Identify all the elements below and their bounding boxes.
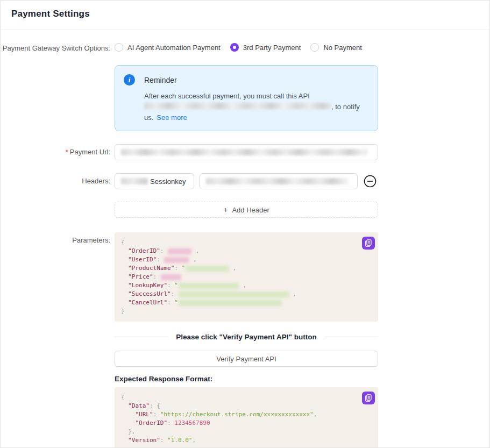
radio-no-payment[interactable]: No Payment	[310, 43, 362, 52]
parameters-label: Parameters:	[1, 232, 115, 244]
code-token: :	[157, 256, 164, 263]
code-token	[121, 282, 128, 289]
header-value-input[interactable]	[200, 173, 358, 189]
code-token	[121, 290, 128, 297]
code-token	[121, 419, 136, 426]
code-token: :	[153, 411, 160, 418]
code-token: :	[174, 265, 181, 272]
code-token: "	[174, 282, 178, 289]
payment-url-input[interactable]	[115, 144, 378, 160]
parameters-json: { "OrderID": , "UserID": , "ProductName"…	[121, 238, 372, 316]
code-token: "CancelUrl"	[128, 299, 167, 306]
headers-row: Headers: Sessionkey	[1, 173, 489, 189]
info-icon: i	[124, 74, 135, 86]
code-token: "1.0.0"	[167, 437, 192, 444]
code-token: :	[153, 273, 160, 280]
add-header-button[interactable]: + Add Header	[115, 202, 378, 218]
radio-unselected-icon[interactable]	[115, 43, 123, 52]
add-header-row: + Add Header	[1, 202, 489, 218]
header-key-text: Sessionkey	[150, 177, 186, 186]
code-token: ,	[189, 256, 196, 263]
code-token: "URL"	[136, 411, 153, 418]
plus-icon: +	[223, 205, 228, 214]
code-token	[121, 299, 128, 306]
code-token	[121, 437, 128, 444]
parameters-code-block: { "OrderID": , "UserID": , "ProductName"…	[115, 232, 378, 322]
copy-icon	[365, 239, 372, 247]
code-token: "LookupKey"	[128, 282, 167, 289]
redacted-json-value	[186, 266, 229, 272]
payment-url-label: *Payment Url:	[1, 144, 115, 156]
response-code-block: { "Data": { "URL": "https://checkout.str…	[115, 387, 378, 448]
code-token	[121, 265, 128, 272]
redacted-api-url	[144, 103, 331, 109]
copy-parameters-button[interactable]	[362, 237, 375, 250]
page-title: Payment Settings	[11, 9, 479, 19]
instruction-text: Please click "Verify Payment API" button	[176, 333, 316, 341]
code-token: "UserID"	[128, 256, 157, 263]
reminder-alert: i Reminder After each successful payment…	[115, 65, 378, 131]
code-token: "ProductName"	[128, 265, 174, 272]
response-json: { "Data": { "URL": "https://checkout.str…	[121, 393, 372, 445]
panel-header: Payment Settings	[1, 1, 489, 30]
radio-label: 3rd Party Payment	[243, 44, 301, 52]
radio-3rd-party-payment[interactable]: 3rd Party Payment	[230, 43, 301, 52]
copy-response-button[interactable]	[362, 392, 375, 404]
see-more-link[interactable]: See more	[157, 113, 187, 122]
radio-ai-agent-automation-payment[interactable]: AI Agent Automation Payment	[115, 43, 221, 52]
code-token: ,	[289, 290, 296, 297]
redacted-payment-url	[121, 149, 367, 155]
code-token	[121, 247, 128, 254]
redacted-json-value	[179, 291, 289, 297]
expected-response-row: { "Data": { "URL": "https://checkout.str…	[1, 387, 489, 448]
radio-label: AI Agent Automation Payment	[127, 44, 221, 52]
redacted-header-value	[206, 178, 348, 184]
code-token: :	[160, 437, 167, 444]
code-token: {	[121, 239, 125, 246]
code-token	[121, 402, 128, 409]
payment-settings-page: Payment Settings Payment Gateway Switch …	[0, 0, 490, 448]
radio-unselected-icon[interactable]	[310, 43, 319, 52]
code-token: "https://checkout.stripe.com/xxxxxxxxxxx…	[160, 411, 314, 418]
code-token	[121, 273, 128, 280]
copy-icon	[365, 394, 372, 402]
remove-header-button[interactable]	[364, 175, 377, 188]
code-token: ,	[314, 411, 317, 418]
radio-selected-icon[interactable]	[230, 43, 239, 52]
radio-label: No Payment	[323, 44, 362, 52]
code-token: "	[182, 265, 186, 272]
code-token: },	[128, 428, 135, 435]
verify-payment-api-button[interactable]: Verify Payment API	[115, 351, 378, 367]
redacted-json-value	[161, 274, 181, 280]
code-token: "Price"	[128, 273, 153, 280]
code-token	[121, 411, 136, 418]
code-token: ,	[229, 265, 236, 272]
code-token: "	[174, 299, 178, 306]
expected-response-label-row: Expected Response Format:	[1, 375, 489, 383]
gateway-options-row: Payment Gateway Switch Options: AI Agent…	[1, 43, 489, 52]
verify-instruction-row: Please click "Verify Payment API" button	[1, 331, 489, 342]
code-token: ,	[192, 247, 199, 254]
instruction-divider: Please click "Verify Payment API" button	[115, 331, 378, 342]
code-token: 1234567890	[174, 419, 210, 426]
header-key-input[interactable]: Sessionkey	[115, 173, 194, 189]
code-token: "Data"	[128, 402, 150, 409]
code-token: :	[167, 299, 174, 306]
payment-url-row: *Payment Url:	[1, 144, 489, 160]
reminder-text-line3: us.	[144, 113, 153, 122]
code-token: {	[121, 394, 125, 401]
code-token: : {	[150, 402, 160, 409]
gateway-radio-group: AI Agent Automation Payment 3rd Party Pa…	[115, 43, 489, 52]
required-asterisk: *	[66, 148, 68, 156]
redacted-json-value	[164, 257, 189, 263]
redacted-json-value	[168, 248, 191, 254]
verify-button-row: Verify Payment API	[1, 351, 489, 367]
redacted-json-value	[179, 300, 282, 306]
minus-circle-icon	[364, 175, 377, 188]
code-token: "Version"	[128, 437, 160, 444]
redacted-header-key-prefix	[121, 178, 148, 184]
add-header-label: Add Header	[232, 206, 269, 214]
code-token: :	[160, 247, 167, 254]
code-token: "SuccessUrl"	[128, 290, 171, 297]
code-token: :	[167, 419, 174, 426]
